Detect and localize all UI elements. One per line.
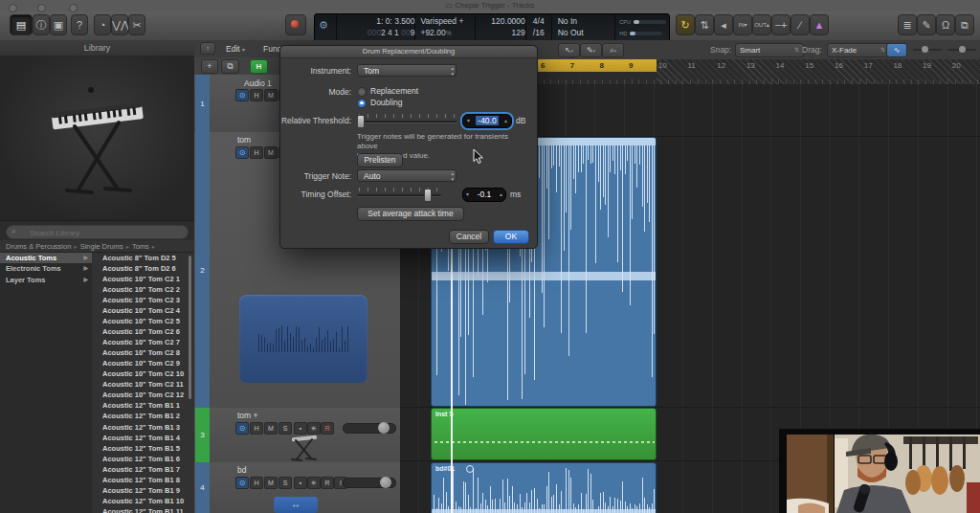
track-power-button[interactable]: ⊙ [235, 422, 249, 435]
browsers-button[interactable]: ⧉ [955, 14, 974, 35]
threshold-slider-thumb[interactable] [357, 115, 365, 128]
track-icon[interactable] [239, 295, 368, 383]
track-record-enable-button[interactable]: R [321, 422, 334, 435]
breadcrumb-item[interactable]: Toms [132, 242, 149, 251]
track-header-bd[interactable]: 4 bd ⊙ H M S ▪ ✳ R I ↔ [194, 462, 400, 513]
track-power-button[interactable]: ⊙ [235, 477, 249, 489]
timing-slider-thumb[interactable] [424, 189, 432, 202]
horizontal-zoom-slider[interactable] [947, 49, 976, 51]
library-item[interactable]: Acoustic 12" Tom B1 1 [92, 400, 194, 411]
instrument-dropdown[interactable]: Tom▴▾ [357, 64, 457, 77]
pointer-tool-menu[interactable]: ↖▾ [558, 43, 580, 57]
track-mute-button[interactable]: M [264, 146, 278, 159]
track-name[interactable]: tom + [237, 411, 258, 420]
lcd-midi-cell[interactable]: No In No Out [552, 14, 616, 41]
threshold-slider[interactable] [357, 121, 457, 123]
autopunch-button[interactable]: ⇅ [695, 14, 714, 35]
lcd-position-cell[interactable]: 1: 0: 3.500 0002 4 1 009 [337, 14, 416, 41]
drag-dropdown[interactable]: X-Fade⇅ [827, 43, 890, 57]
track-name[interactable]: bd [237, 465, 246, 475]
track-mute-button[interactable]: M [264, 477, 278, 489]
breadcrumb-item[interactable]: Single Drums [80, 242, 123, 251]
mode-doubling-radio[interactable] [357, 99, 367, 108]
library-item[interactable]: Acoustic 10" Tom C2 11 [92, 379, 194, 390]
track-hide-button[interactable]: H [250, 422, 263, 435]
mode-replacement-radio[interactable] [357, 87, 367, 97]
quick-help-button[interactable]: ? [71, 14, 88, 35]
lcd-display[interactable]: ⚙ 1: 0: 3.500 0002 4 1 009 Varispeed + +… [314, 13, 670, 42]
mode-replacement-label[interactable]: Replacement [370, 86, 418, 96]
close-window-button[interactable] [9, 4, 17, 12]
track-record-enable-button[interactable]: R [321, 477, 334, 489]
track-lock-button[interactable]: ▪ [294, 477, 307, 489]
audio-region-bd[interactable]: bd#01 [431, 462, 657, 513]
track-solo-button[interactable]: S [278, 477, 292, 489]
library-item[interactable]: Acoustic 10" Tom C2 2 [92, 284, 194, 295]
breadcrumb[interactable]: Drums & Percussion▸Single Drums▸Toms▸ [0, 240, 194, 253]
track-name[interactable]: Audio 1 [244, 78, 272, 88]
mode-doubling-label[interactable]: Doubling [370, 98, 403, 107]
breadcrumb-item[interactable]: Drums & Percussion [6, 242, 71, 251]
library-item[interactable]: Acoustic 12" Tom B1 3 [92, 422, 194, 433]
decrement-arrow-icon[interactable]: ▾ [466, 189, 469, 201]
library-toggle-button[interactable]: ▤ [10, 14, 33, 35]
minimize-window-button[interactable] [37, 4, 46, 12]
library-category[interactable]: Electronic Toms▶ [0, 263, 92, 274]
library-item[interactable]: Acoustic 12" Tom B1 5 [92, 443, 194, 454]
snap-dropdown[interactable]: Smart⇅ [735, 43, 804, 57]
smart-controls-button[interactable]: ◔ [94, 14, 111, 35]
low-latency-button[interactable]: ◂ [714, 14, 733, 35]
search-input[interactable] [28, 226, 185, 240]
lcd-varispeed-cell[interactable]: Varispeed + +92.00% [415, 14, 476, 41]
library-item[interactable]: Acoustic 12" Tom B1 7 [92, 464, 194, 475]
library-item[interactable]: Acoustic 10" Tom C2 5 [92, 316, 194, 326]
track-mute-button[interactable]: M [264, 422, 278, 435]
metronome-button[interactable]: ▲ [810, 14, 829, 35]
lcd-tempo-cell[interactable]: 120.0000 129 [476, 14, 526, 41]
inspector-button[interactable]: ⓘ [33, 14, 50, 35]
library-item[interactable]: Acoustic 8" Tom D2 6 [92, 263, 194, 274]
library-item[interactable]: Acoustic 12" Tom B1 2 [92, 411, 194, 421]
zoom-window-button[interactable] [69, 4, 78, 12]
library-item[interactable]: Acoustic 10" Tom C2 8 [92, 347, 194, 358]
note-pads-button[interactable]: ✎ [917, 14, 936, 35]
cancel-button[interactable]: Cancel [449, 230, 489, 244]
prelisten-button[interactable]: Prelisten [357, 153, 403, 167]
mixer-button[interactable]: ⋁⋀ [111, 14, 128, 35]
hide-tracks-toggle[interactable]: H [250, 59, 268, 74]
apple-loops-button[interactable]: Ω [936, 14, 955, 35]
add-track-button[interactable]: + [201, 59, 218, 74]
timing-value-box[interactable]: ▾ -0.1 ▴ [462, 188, 506, 202]
library-category[interactable]: Acoustic Toms▶ [0, 253, 92, 263]
track-hide-button[interactable]: H [250, 146, 263, 159]
edit-menu[interactable]: Edit ▾ [226, 44, 245, 54]
record-button[interactable] [285, 14, 306, 35]
track-name[interactable]: tom [237, 135, 251, 145]
nudge-buttons[interactable]: −+ [771, 14, 791, 35]
library-scrollbar[interactable] [189, 256, 191, 399]
hide-library-button[interactable]: ↑ [200, 42, 215, 55]
duplicate-track-button[interactable]: ⧉ [221, 59, 239, 74]
track-solo-button[interactable]: S [278, 422, 292, 435]
midi-region-inst5[interactable]: Inst 5 [431, 408, 657, 460]
decrement-arrow-icon[interactable]: ▾ [467, 115, 470, 127]
library-item[interactable]: Acoustic 12" Tom B1 9 [92, 485, 194, 496]
zoom-tool-menu[interactable]: ⌕▾ [602, 43, 624, 57]
library-item[interactable]: Acoustic 12" Tom B1 4 [92, 433, 194, 443]
track-power-button[interactable]: ⊙ [235, 146, 249, 159]
track-freeze-button[interactable]: ✳ [307, 422, 321, 435]
library-item[interactable]: Acoustic 8" Tom D2 5 [92, 253, 194, 263]
punch-in-button[interactable]: IN▾ [733, 14, 752, 35]
cycle-button[interactable]: ↻ [676, 14, 695, 35]
track-header-tomplus[interactable]: 3 tom + ⊙ H M S ▪ ✳ R [194, 408, 400, 463]
track-volume-slider[interactable] [343, 423, 396, 434]
library-item[interactable]: Acoustic 12" Tom B1 11 [92, 506, 194, 513]
library-item[interactable]: Acoustic 10" Tom C2 9 [92, 358, 194, 368]
library-search-field[interactable]: ⌕ [6, 225, 189, 239]
track-power-button[interactable]: ⊙ [235, 89, 249, 101]
track-freeze-button[interactable]: ✳ [307, 477, 321, 489]
list-editors-button[interactable]: ≣ [898, 14, 917, 35]
increment-arrow-icon[interactable]: ▴ [500, 189, 502, 201]
increment-arrow-icon[interactable]: ▴ [504, 115, 507, 127]
punch-out-button[interactable]: OUT▴ [752, 14, 771, 35]
